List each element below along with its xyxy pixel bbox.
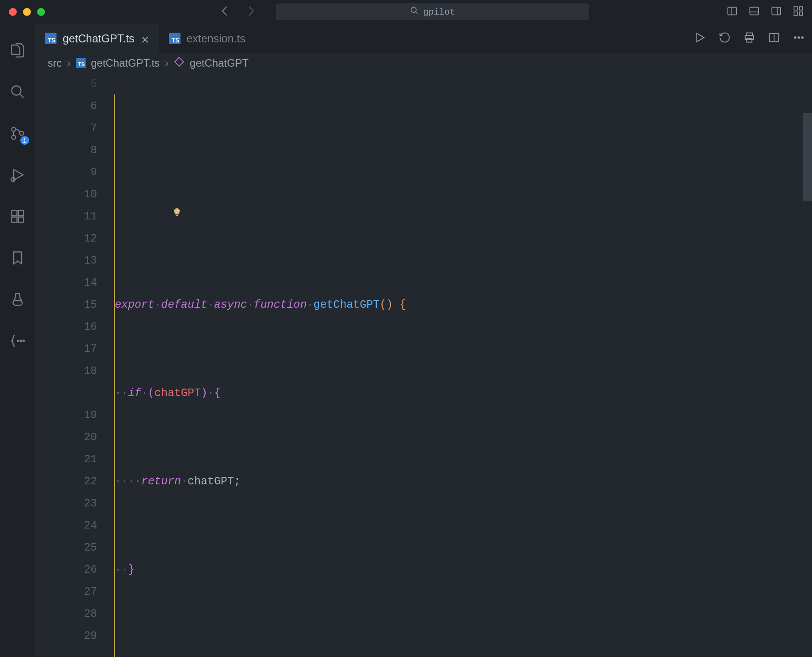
svg-point-24 [18,340,19,342]
maximize-window-button[interactable] [37,8,45,16]
line-number: 8 [35,140,97,162]
svg-rect-2 [728,7,737,15]
split-editor-icon[interactable] [768,31,780,46]
nav-forward-button[interactable] [244,4,257,20]
breadcrumb-symbol[interactable]: getChatGPT [190,57,248,69]
line-number: 29 [35,625,97,647]
svg-point-37 [801,37,803,38]
minimize-window-button[interactable] [23,8,31,16]
explorer-tab[interactable] [9,42,26,59]
code-content[interactable]: export·default·async·function·getChatGPT… [115,73,812,657]
line-number: 20 [35,427,97,449]
code-line[interactable]: ··} [115,559,812,581]
source-control-tab[interactable]: 1 [9,125,26,142]
line-number: 28 [35,603,97,625]
chevron-right-icon: › [165,57,169,69]
svg-point-36 [798,37,800,38]
chevron-right-icon: › [67,57,71,69]
toggle-secondary-sidebar-icon[interactable] [771,5,782,19]
svg-rect-19 [12,211,17,216]
breadcrumb-folder[interactable]: src [48,57,62,69]
toggle-primary-sidebar-icon[interactable] [726,5,738,19]
svg-rect-4 [750,7,759,15]
svg-point-16 [20,132,24,136]
toggle-panel-icon[interactable] [748,5,760,19]
svg-marker-29 [697,33,704,42]
timeline-icon[interactable] [718,31,731,46]
code-line[interactable]: export·default·async·function·getChatGPT… [115,294,812,316]
svg-rect-11 [799,12,803,15]
line-number: 22 [35,471,97,493]
tab-getchatgpt[interactable]: TS getChatGPT.ts [35,24,159,53]
typescript-icon: TS [45,33,56,44]
line-number: 7 [35,117,97,140]
typescript-icon: TS [169,33,180,44]
breadcrumb-file[interactable]: getChatGPT.ts [91,57,160,69]
command-center-search[interactable]: gpilot [276,4,589,20]
code-editor[interactable]: 5 6 7 8 9 10 11 12 13 14 15 16 17 18 19 … [35,73,812,657]
testing-tab[interactable] [9,291,26,308]
search-tab[interactable] [9,83,26,101]
json-tab[interactable] [9,332,26,350]
svg-rect-32 [747,38,752,42]
svg-point-35 [794,37,796,38]
line-number: 5 [35,73,97,95]
extensions-tab[interactable] [9,208,26,225]
nav-back-button[interactable] [218,4,232,20]
line-number-gutter: 5 6 7 8 9 10 11 12 13 14 15 16 17 18 19 … [35,73,115,657]
svg-point-15 [12,136,16,140]
line-number: 14 [35,272,97,294]
line-number: 12 [35,228,97,250]
line-number: 23 [35,493,97,515]
code-line[interactable] [115,206,812,228]
svg-point-12 [12,86,21,95]
customize-layout-icon[interactable] [793,5,804,19]
bookmarks-tab[interactable] [9,249,26,267]
editor-actions [694,24,805,53]
line-number: 15 [35,294,97,316]
svg-rect-20 [12,217,17,223]
line-number: 19 [35,404,97,427]
svg-point-26 [23,340,24,342]
code-line[interactable]: ··if·(chatGPT)·{ [115,382,812,404]
title-bar-layout-controls [726,5,804,19]
lightbulb-icon[interactable] [119,181,129,191]
line-number: 10 [35,184,97,206]
scm-badge: 1 [20,136,29,145]
typescript-icon: TS [76,58,86,68]
svg-line-1 [415,12,417,14]
svg-rect-22 [19,211,24,216]
editor-area: TS getChatGPT.ts TS extension.ts src › T… [35,24,812,657]
more-actions-icon[interactable] [793,31,805,46]
scrollbar-thumb[interactable] [803,113,812,201]
svg-point-0 [411,8,416,13]
svg-point-14 [12,128,16,132]
line-number: 25 [35,537,97,559]
search-icon [410,6,419,18]
line-number: 27 [35,581,97,603]
print-icon[interactable] [743,31,756,46]
run-icon[interactable] [694,31,706,46]
code-line[interactable]: ····return·chatGPT; [115,471,812,493]
svg-rect-38 [175,57,184,66]
run-debug-tab[interactable] [9,166,26,184]
line-number: 17 [35,338,97,360]
breadcrumb[interactable]: src › TS getChatGPT.ts › getChatGPT [35,53,812,73]
close-tab-icon[interactable] [141,34,150,43]
tab-extension[interactable]: TS extension.ts [159,24,255,53]
activity-bar: 1 [0,24,35,657]
nav-arrows [218,4,257,20]
svg-rect-9 [799,7,803,10]
svg-rect-10 [794,12,797,15]
code-line[interactable] [115,647,812,657]
close-window-button[interactable] [9,8,17,16]
line-number: 13 [35,250,97,272]
line-number: 24 [35,515,97,537]
vertical-scrollbar[interactable] [803,73,812,657]
svg-rect-8 [794,7,797,10]
svg-point-25 [20,340,22,342]
svg-line-13 [20,94,24,98]
svg-rect-6 [772,7,781,15]
window-controls [9,8,45,16]
search-text: gpilot [423,7,455,17]
